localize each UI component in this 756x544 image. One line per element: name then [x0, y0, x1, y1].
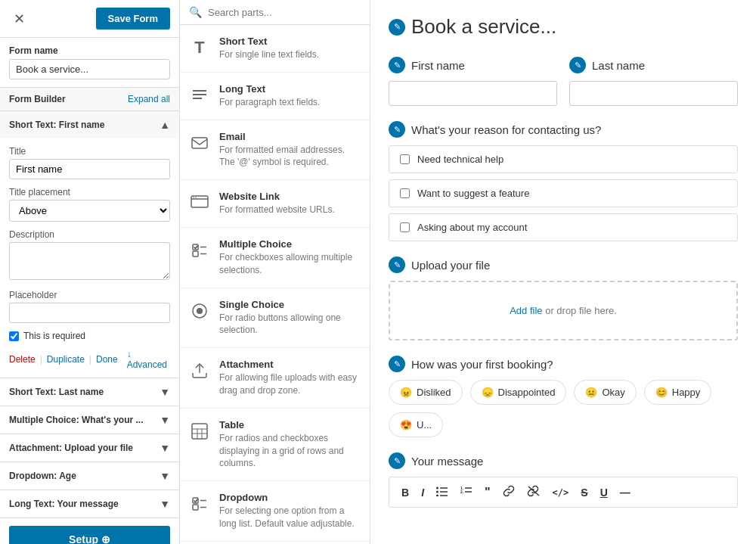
- collapsed-field-header-3[interactable]: Dropdown: Age ▼: [0, 462, 179, 490]
- message-section: ✎ Your message B I 1.2. " </> S U —: [389, 452, 738, 508]
- collapsed-field-header-0[interactable]: Short Text: Last name ▼: [0, 378, 179, 406]
- collapsed-field-label-4: Long Text: Your message: [9, 499, 119, 509]
- setup-button[interactable]: Setup ⊕: [9, 526, 170, 544]
- reason-checkbox-0[interactable]: [400, 154, 410, 164]
- part-item-dropdown[interactable]: Dropdown For selecting one option from a…: [180, 481, 370, 542]
- quote-button[interactable]: ": [482, 484, 494, 501]
- part-item-email[interactable]: Email For formatted email addresses. The…: [180, 120, 370, 181]
- underline-button[interactable]: U: [597, 485, 611, 500]
- search-bar: 🔍: [180, 0, 370, 25]
- disliked-label: Disliked: [417, 387, 451, 398]
- single-choice-desc: For radio buttons allowing one selection…: [219, 312, 361, 337]
- form-name-input[interactable]: [9, 59, 170, 79]
- last-name-edit-icon[interactable]: ✎: [569, 57, 586, 73]
- expanded-field-header[interactable]: Short Text: First name ▲: [0, 111, 179, 138]
- collapsed-field-header-2[interactable]: Attachment: Upload your file ▼: [0, 434, 179, 462]
- unordered-list-button[interactable]: [433, 484, 451, 500]
- description-row: Description: [9, 229, 170, 282]
- attachment-icon: [189, 360, 210, 381]
- svg-point-28: [436, 495, 438, 497]
- svg-rect-15: [192, 424, 207, 439]
- first-name-edit-icon[interactable]: ✎: [389, 57, 405, 73]
- reason-checkbox-group: Need technical help Want to suggest a fe…: [389, 145, 738, 241]
- title-row: Title: [9, 146, 170, 179]
- message-label: Your message: [411, 455, 483, 468]
- form-builder-label: Form Builder: [9, 94, 66, 104]
- reason-option-label-0: Need technical help: [417, 154, 503, 165]
- title-edit-icon[interactable]: ✎: [389, 19, 405, 36]
- rating-okay[interactable]: 😐 Okay: [574, 380, 636, 405]
- advanced-link[interactable]: ↓ Advanced: [127, 349, 170, 370]
- form-title-row: ✎ Book a service...: [389, 15, 738, 39]
- rating-happy[interactable]: 😊 Happy: [644, 380, 712, 405]
- last-name-label: Last name: [592, 59, 645, 72]
- part-item-attachment[interactable]: Attachment For allowing file uploads wit…: [180, 348, 370, 409]
- chevron-down-icon-0: ▼: [160, 386, 170, 398]
- okay-emoji: 😐: [585, 387, 597, 398]
- svg-point-26: [436, 491, 438, 493]
- last-name-input[interactable]: [569, 81, 738, 106]
- rating-disappointed[interactable]: 😞 Disappointed: [470, 380, 567, 405]
- left-header: ✕ Save Form: [0, 0, 179, 38]
- happy-label: Happy: [672, 387, 701, 398]
- loved-label: U...: [417, 419, 432, 431]
- reason-checkbox-1[interactable]: [400, 188, 410, 198]
- part-item-table[interactable]: Table For radios and checkboxes displayi…: [180, 409, 370, 481]
- form-name-section: Form name: [0, 38, 179, 87]
- upload-area[interactable]: Add file or drop file here.: [389, 281, 738, 340]
- part-item-multiple-choice[interactable]: Multiple Choice For checkboxes allowing …: [180, 228, 370, 288]
- reason-option-label-2: Asking about my account: [417, 222, 527, 233]
- part-item-short-text[interactable]: T Short Text For single line text fields…: [180, 25, 370, 73]
- close-button[interactable]: ✕: [9, 9, 29, 29]
- required-checkbox[interactable]: [9, 331, 19, 341]
- search-input[interactable]: [208, 7, 361, 18]
- hr-button[interactable]: —: [617, 485, 634, 500]
- reason-edit-icon[interactable]: ✎: [389, 121, 405, 138]
- first-name-label: First name: [411, 59, 465, 72]
- done-link[interactable]: Done: [96, 354, 118, 365]
- delete-link[interactable]: Delete: [9, 354, 36, 365]
- title-input[interactable]: [9, 159, 170, 179]
- reason-option-1: Want to suggest a feature: [389, 179, 738, 207]
- svg-rect-3: [192, 138, 207, 148]
- disappointed-emoji: 😞: [482, 387, 494, 398]
- description-textarea[interactable]: [9, 242, 170, 280]
- reason-section: ✎ What's your reason for contacting us? …: [389, 121, 738, 241]
- bold-button[interactable]: B: [398, 485, 412, 500]
- strikethrough-button[interactable]: S: [578, 485, 590, 500]
- booking-edit-icon[interactable]: ✎: [389, 356, 405, 372]
- placeholder-input[interactable]: [9, 303, 170, 323]
- first-name-input[interactable]: [389, 81, 557, 106]
- ordered-list-button[interactable]: 1.2.: [457, 484, 476, 500]
- reason-checkbox-2[interactable]: [400, 222, 410, 232]
- link-button[interactable]: [500, 483, 518, 501]
- duplicate-link[interactable]: Duplicate: [47, 354, 85, 365]
- expanded-field-item: Short Text: First name ▲ Title Title pla…: [0, 111, 179, 378]
- expand-all-link[interactable]: Expand all: [128, 94, 170, 104]
- collapsed-field-header-4[interactable]: Long Text: Your message ▼: [0, 490, 179, 518]
- multiple-choice-icon: [189, 240, 210, 261]
- unlink-button[interactable]: [524, 483, 544, 501]
- add-file-link[interactable]: Add file: [510, 305, 542, 316]
- rating-loved[interactable]: 😍 U...: [389, 412, 443, 437]
- svg-point-7: [195, 197, 197, 198]
- svg-text:2.: 2.: [460, 490, 464, 494]
- placement-select[interactable]: Above Below Hidden: [9, 200, 170, 222]
- email-desc: For formatted email addresses. The '@' s…: [219, 144, 361, 169]
- message-edit-icon[interactable]: ✎: [389, 452, 405, 469]
- disliked-emoji: 😠: [400, 387, 412, 398]
- middle-panel: 🔍 T Short Text For single line text fiel…: [180, 0, 370, 544]
- collapsed-field-header-1[interactable]: Multiple Choice: What's your ... ▼: [0, 406, 179, 434]
- code-button[interactable]: </>: [550, 486, 572, 499]
- part-item-single-choice[interactable]: Single Choice For radio buttons allowing…: [180, 288, 370, 349]
- reason-option-label-1: Want to suggest a feature: [417, 188, 529, 199]
- part-item-website-link[interactable]: Website Link For formatted website URLs.: [180, 180, 370, 228]
- part-item-long-text[interactable]: Long Text For paragraph text fields.: [180, 73, 370, 120]
- svg-rect-0: [193, 90, 206, 92]
- italic-button[interactable]: I: [418, 485, 427, 500]
- svg-rect-2: [193, 98, 202, 99]
- single-choice-icon: [189, 300, 210, 322]
- upload-edit-icon[interactable]: ✎: [389, 256, 405, 273]
- save-form-button[interactable]: Save Form: [96, 8, 170, 30]
- rating-disliked[interactable]: 😠 Disliked: [389, 380, 463, 405]
